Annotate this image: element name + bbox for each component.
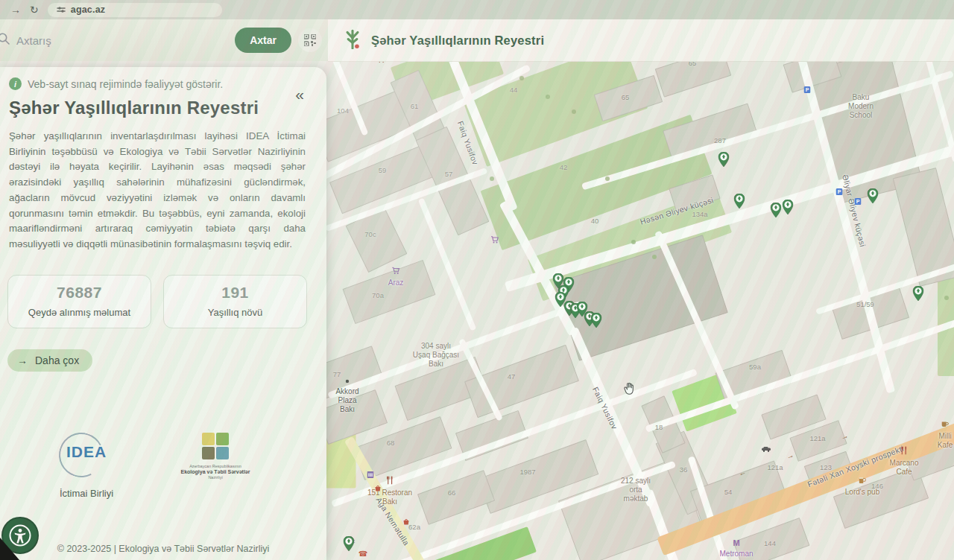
stats-row: 76887 Qeydə alınmış məlumat 191 Yaşıllıq… xyxy=(7,275,307,328)
shop-icon[interactable] xyxy=(375,481,382,494)
idea-logo: IDEA İctimai Birliyi xyxy=(54,433,119,499)
tree-pin[interactable] xyxy=(771,203,782,220)
cart-icon[interactable]: Araz xyxy=(388,264,404,287)
cup-icon[interactable]: MilliKafe xyxy=(938,418,953,450)
stat-label: Yaşıllıq növü xyxy=(164,307,306,318)
tree-pin[interactable] xyxy=(591,313,602,331)
accessibility-button[interactable] xyxy=(1,517,39,554)
forward-icon[interactable]: → xyxy=(10,4,21,15)
parking-icon: P xyxy=(855,194,862,208)
phone-icon[interactable]: ☎ xyxy=(358,546,367,559)
search-input[interactable]: Axtarış xyxy=(16,34,51,47)
cart-icon xyxy=(392,264,400,278)
dot-icon xyxy=(346,373,350,386)
cup-icon xyxy=(941,418,949,431)
arrow-right-icon: → xyxy=(17,354,28,366)
cart-icon xyxy=(491,233,499,246)
test-mode-notice: i Veb-sayt sınaq rejimində fəaliyyət gös… xyxy=(9,77,307,90)
restaurant-icon xyxy=(386,474,393,488)
notice-text: Veb-sayt sınaq rejimində fəaliyyət göstə… xyxy=(28,78,223,90)
tree-pin[interactable] xyxy=(783,200,794,217)
poi-label: Metroman xyxy=(719,550,753,559)
stat-card-species: 191 Yaşıllıq növü xyxy=(163,275,307,328)
parking-icon: P xyxy=(804,83,811,96)
more-button[interactable]: → Daha çox xyxy=(7,349,92,372)
parking-icon[interactable]: P xyxy=(836,185,843,198)
restaurant-icon[interactable]: MarcanoCafe xyxy=(890,445,919,477)
one-way-arrow-icon: → xyxy=(785,451,795,461)
svg-text:P: P xyxy=(806,87,809,92)
app-logo-tree-icon xyxy=(343,28,362,52)
shop-icon xyxy=(403,515,410,528)
poi-label: AkkordPlazaBakı xyxy=(335,387,358,414)
tree-pin[interactable] xyxy=(718,152,730,170)
map-tree-dot xyxy=(944,296,949,300)
collapse-panel-button[interactable]: « xyxy=(295,86,304,102)
map-tree-dot xyxy=(519,76,524,80)
poi-label[interactable]: 212 saylıortaməktab xyxy=(621,476,651,503)
car-icon xyxy=(762,442,771,455)
poi-label: MarcanoCafe xyxy=(890,459,919,477)
page-title: Şəhər Yaşıllıqlarının Reyestri xyxy=(371,34,544,48)
stat-card-records: 76887 Qeydə alınmış məlumat xyxy=(7,275,151,328)
map-tree-dot xyxy=(605,176,610,181)
copyright-footer: © 2023-2025 | Ekologiya və Təbii Sərvətl… xyxy=(0,544,326,554)
map-building xyxy=(655,61,732,98)
svg-text:P: P xyxy=(856,199,860,204)
bank-icon[interactable] xyxy=(367,468,374,481)
project-description: Şəhər yaşıllıqlarının inventarlaşdırılma… xyxy=(9,129,306,252)
map-building xyxy=(417,470,495,525)
qr-scan-button[interactable] xyxy=(298,28,322,52)
shop-icon[interactable] xyxy=(403,515,410,528)
poi-label: Araz xyxy=(388,279,404,287)
tree-pin[interactable] xyxy=(913,286,924,304)
poi-label[interactable]: 304 saylıUşaq BağçasıBakı xyxy=(413,341,459,369)
ministry-logo: Azərbaycan Respublikasının Ekologiya və … xyxy=(171,433,260,480)
stat-label: Qeydə alınmış məlumat xyxy=(8,307,151,318)
mug-icon[interactable]: Lord's pub xyxy=(845,474,879,497)
search-icon xyxy=(0,32,10,48)
map-tree-dot xyxy=(490,176,494,181)
poi-label: Lord's pub xyxy=(845,488,879,497)
metro-icon[interactable]: MMetroman xyxy=(719,535,753,559)
phone-icon: ☎ xyxy=(358,546,367,559)
info-icon: i xyxy=(9,77,22,90)
poi-label: BakuModernSchool xyxy=(848,93,874,120)
mug-icon xyxy=(859,474,866,487)
poi-label[interactable]: BakuModernSchool xyxy=(848,92,874,120)
map-tree-dot xyxy=(546,95,550,99)
partner-logos: IDEA İctimai Birliyi Azərbaycan Respubli… xyxy=(7,433,307,499)
building-number: 62a xyxy=(408,523,420,531)
svg-text:P: P xyxy=(838,189,841,194)
info-panel: i Veb-sayt sınaq rejimində fəaliyyət gös… xyxy=(0,67,326,560)
app-header: Şəhər Yaşıllıqlarının Reyestri xyxy=(328,19,954,62)
poi-label: 304 saylıUşaq BağçasıBakı xyxy=(413,342,459,369)
reload-icon[interactable]: ↻ xyxy=(30,4,39,15)
poi-label: 212 saylıortaməktab xyxy=(621,477,651,503)
stat-value: 191 xyxy=(164,284,306,302)
restaurant-icon xyxy=(901,445,908,458)
tree-pin[interactable] xyxy=(868,188,879,206)
stat-value: 76887 xyxy=(8,284,151,302)
map-tree-dot xyxy=(631,240,636,244)
ministry-logo-squares xyxy=(171,433,260,459)
shop-icon xyxy=(375,481,382,494)
site-info-icon[interactable] xyxy=(57,6,66,13)
parking-icon[interactable]: P xyxy=(804,83,811,96)
metro-icon: M xyxy=(733,535,739,549)
search-submit-button[interactable]: Axtar xyxy=(235,28,291,53)
address-bar[interactable]: agac.az xyxy=(48,3,222,17)
car-icon[interactable] xyxy=(762,442,771,455)
tree-pin[interactable] xyxy=(734,194,745,211)
panel-title: Şəhər Yaşıllıqlarının Reyestri xyxy=(9,98,307,118)
map-building xyxy=(663,104,758,162)
poi-label: MilliKafe xyxy=(938,432,953,450)
parking-icon: P xyxy=(836,185,843,198)
browser-toolbar: → ↻ agac.az xyxy=(0,0,954,19)
tree-pin[interactable] xyxy=(344,536,355,554)
dot-icon[interactable]: AkkordPlazaBakı xyxy=(335,373,358,414)
search-bar: Axtarış Axtar xyxy=(0,19,328,61)
parking-icon[interactable]: P xyxy=(855,194,862,208)
bank-icon xyxy=(367,468,374,481)
cart-icon[interactable] xyxy=(491,233,499,246)
